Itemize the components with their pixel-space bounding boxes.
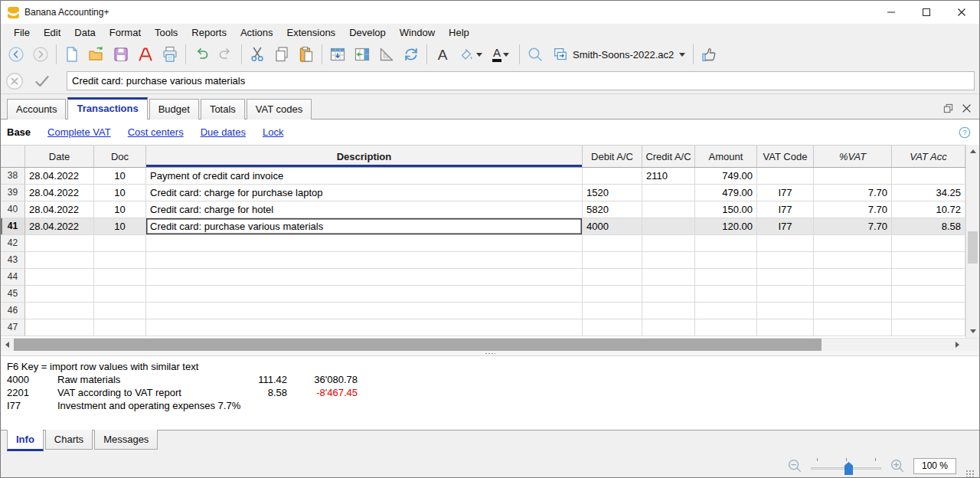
cell[interactable]: I77: [757, 201, 814, 218]
help-icon[interactable]: ?: [958, 126, 972, 139]
cell[interactable]: [695, 235, 757, 252]
cell[interactable]: 4000: [583, 218, 642, 235]
export-pdf-icon[interactable]: [133, 43, 158, 66]
column-header-vat-acc[interactable]: VAT Acc: [892, 146, 965, 167]
cell[interactable]: 479.00: [695, 185, 757, 201]
open-file-icon[interactable]: [84, 43, 109, 66]
cell[interactable]: [695, 269, 757, 286]
menu-format[interactable]: Format: [103, 25, 148, 40]
view-base[interactable]: Base: [7, 126, 31, 138]
menu-help[interactable]: Help: [442, 25, 476, 40]
menu-reports[interactable]: Reports: [185, 25, 234, 40]
cell[interactable]: [94, 319, 146, 336]
view-cost-centers[interactable]: Cost centers: [128, 126, 184, 138]
undo-icon[interactable]: [189, 43, 214, 66]
cell[interactable]: 10.72: [892, 201, 965, 218]
cell[interactable]: [695, 303, 757, 319]
cell[interactable]: 10: [94, 218, 146, 235]
view-complete-vat[interactable]: Complete VAT: [47, 126, 111, 138]
cell[interactable]: [642, 252, 695, 269]
menu-extensions[interactable]: Extensions: [280, 25, 343, 40]
resize-grip[interactable]: [965, 470, 975, 478]
column-header-date[interactable]: Date: [25, 146, 94, 167]
cell[interactable]: [25, 319, 94, 336]
vertical-scroll-thumb[interactable]: [968, 231, 978, 264]
cell[interactable]: [757, 252, 814, 269]
table-row[interactable]: 3928.04.202210Credit card: charge for pu…: [1, 185, 965, 201]
cell[interactable]: [757, 269, 814, 286]
cell[interactable]: [892, 269, 965, 286]
close-view-icon[interactable]: [962, 103, 972, 113]
cell[interactable]: [814, 235, 892, 252]
paste-icon[interactable]: [294, 43, 318, 66]
cell[interactable]: 749.00: [695, 168, 757, 185]
cell[interactable]: [642, 185, 695, 201]
cell[interactable]: [94, 303, 146, 319]
menu-edit[interactable]: Edit: [37, 25, 67, 40]
text-color-icon[interactable]: A: [485, 43, 516, 66]
row-number[interactable]: 45: [1, 286, 25, 303]
cancel-edit-icon[interactable]: [1, 70, 28, 93]
cell[interactable]: 5820: [583, 201, 642, 218]
bottom-tab-info[interactable]: Info: [7, 430, 44, 451]
cell[interactable]: [642, 218, 695, 235]
scroll-right-icon[interactable]: [951, 339, 964, 351]
table-row[interactable]: 3828.04.202210Payment of credit card inv…: [1, 168, 965, 185]
cell[interactable]: 150.00: [695, 201, 757, 218]
bottom-tab-messages[interactable]: Messages: [94, 430, 158, 450]
cell[interactable]: 28.04.2022: [25, 168, 94, 185]
horizontal-scrollbar[interactable]: [1, 339, 964, 351]
vertical-scrollbar[interactable]: [965, 145, 979, 338]
cell[interactable]: [757, 319, 814, 336]
row-number[interactable]: 43: [1, 252, 25, 269]
cell[interactable]: [583, 286, 642, 303]
cell[interactable]: [583, 269, 642, 286]
row-number[interactable]: 44: [1, 269, 25, 286]
cell[interactable]: [583, 252, 642, 269]
zoom-in-icon[interactable]: [889, 457, 906, 474]
cell[interactable]: [583, 303, 642, 319]
cell[interactable]: [94, 235, 146, 252]
cell[interactable]: 7.70: [814, 218, 892, 235]
table-row[interactable]: 4028.04.202210Credit card: charge for ho…: [1, 201, 965, 218]
cell[interactable]: [814, 252, 892, 269]
cell[interactable]: [642, 269, 695, 286]
cell[interactable]: [146, 319, 583, 336]
cell[interactable]: Credit card: purchase various materials: [146, 218, 583, 235]
cell[interactable]: 7.70: [814, 201, 892, 218]
redo-icon[interactable]: [214, 43, 238, 66]
cell[interactable]: [583, 168, 642, 185]
cell[interactable]: [642, 201, 695, 218]
cell[interactable]: [892, 319, 965, 336]
cell[interactable]: 28.04.2022: [25, 201, 94, 218]
cell[interactable]: 10: [94, 201, 146, 218]
cell[interactable]: [25, 235, 94, 252]
table-row[interactable]: 4128.04.202210Credit card: purchase vari…: [1, 218, 965, 235]
row-number[interactable]: 46: [1, 303, 25, 319]
column-header-amount[interactable]: Amount: [695, 146, 757, 167]
cell[interactable]: [814, 303, 892, 319]
cell[interactable]: 2110: [642, 168, 695, 185]
float-view-icon[interactable]: [942, 103, 954, 114]
print-icon[interactable]: [158, 43, 182, 66]
cell[interactable]: [146, 303, 583, 319]
maximize-button[interactable]: [909, 1, 944, 24]
cell[interactable]: 7.70: [814, 185, 892, 201]
file-selector[interactable]: Smith-Soons-2022.ac2: [547, 44, 690, 65]
column-header-vat-code[interactable]: VAT Code: [757, 146, 814, 167]
cell[interactable]: I77: [757, 185, 814, 201]
cell[interactable]: [642, 319, 695, 336]
column-header-row-number[interactable]: [1, 146, 25, 167]
cell-edit-input[interactable]: [67, 71, 975, 90]
cell[interactable]: [583, 235, 642, 252]
copy-icon[interactable]: [270, 43, 294, 66]
vertical-scroll-track[interactable]: [966, 158, 979, 325]
cell[interactable]: [583, 319, 642, 336]
scroll-down-icon[interactable]: [966, 325, 979, 338]
cell[interactable]: [642, 303, 695, 319]
insert-columns-icon[interactable]: [350, 43, 374, 66]
design-icon[interactable]: [374, 43, 399, 66]
horizontal-scroll-track[interactable]: [14, 339, 951, 351]
scroll-up-icon[interactable]: [966, 145, 979, 158]
horizontal-scroll-thumb[interactable]: [14, 339, 822, 351]
